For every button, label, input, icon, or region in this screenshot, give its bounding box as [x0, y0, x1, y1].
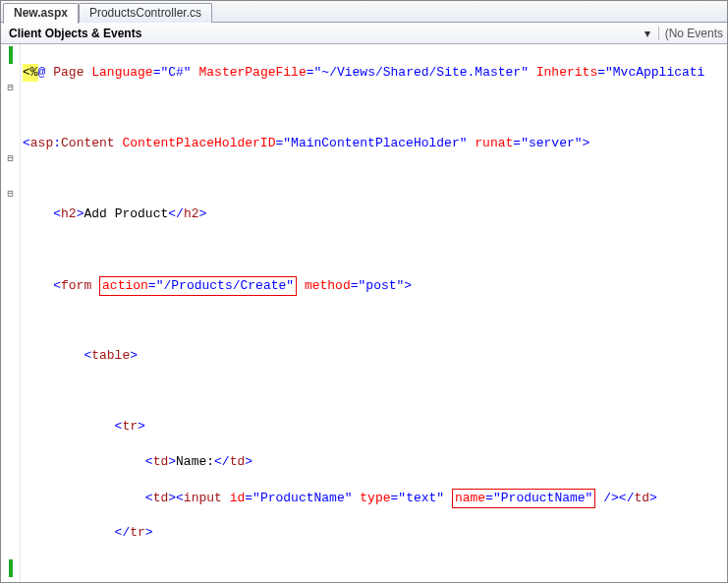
code-text: >: [404, 278, 412, 293]
code-text: >: [145, 525, 153, 540]
code-text: /></: [595, 491, 634, 505]
code-text: <%: [23, 65, 38, 80]
code-text: td: [634, 491, 649, 505]
code-text: >: [168, 454, 176, 469]
code-text: </: [23, 525, 130, 540]
chevron-down-icon[interactable]: ▾: [641, 27, 654, 40]
code-editor[interactable]: ⊟ ⊟ ⊟ <%@ Page Language="C#" MasterPageF…: [1, 44, 727, 582]
code-text: name: [455, 491, 485, 505]
code-text: >: [138, 419, 145, 434]
code-text: input: [184, 491, 222, 505]
code-text: >: [130, 348, 138, 363]
code-text: >: [245, 454, 252, 469]
code-text: <: [23, 206, 61, 221]
code-text: </: [214, 454, 230, 469]
code-text: td: [153, 454, 169, 469]
code-text: h2: [184, 206, 199, 221]
code-text: [91, 278, 99, 293]
code-text: table: [91, 348, 130, 363]
code-text: "server": [521, 136, 582, 150]
tab-bar: New.aspx ProductsController.cs: [1, 1, 727, 23]
code-text: =: [307, 65, 314, 80]
code-text: "ProductName": [493, 491, 592, 505]
code-text: MasterPageFile: [192, 65, 307, 80]
code-text: =: [485, 491, 493, 505]
outline-marker[interactable]: [1, 46, 20, 64]
code-text: Add Product: [84, 206, 168, 221]
code-text: =: [351, 278, 359, 293]
outline-gutter: ⊟ ⊟ ⊟: [1, 44, 21, 582]
code-text: <: [23, 419, 122, 434]
code-text: </: [168, 206, 184, 221]
code-text: ContentPlaceHolderID: [115, 136, 276, 150]
code-text: asp: [30, 136, 53, 150]
code-text: <: [23, 348, 91, 363]
code-text: form: [61, 278, 91, 293]
code-text: "text": [398, 491, 444, 505]
code-text: >: [583, 136, 590, 150]
code-text: tr: [130, 525, 145, 540]
code-text: td: [153, 491, 169, 505]
code-text: Content: [61, 136, 115, 150]
code-text: <: [23, 136, 30, 150]
code-text: id: [222, 491, 245, 505]
code-text: =: [597, 65, 605, 80]
code-text: "post": [359, 278, 405, 293]
tab-new-aspx[interactable]: New.aspx: [3, 3, 79, 24]
code-text: type: [353, 491, 391, 505]
code-text: method: [297, 278, 351, 293]
code-text: action: [102, 278, 148, 293]
code-text: "MvcApplicati: [605, 65, 704, 80]
code-text: Inherits: [529, 65, 597, 80]
code-text: Language: [84, 65, 152, 80]
code-text: >: [168, 491, 176, 505]
code-text: "/Products/Create": [156, 278, 294, 293]
navigation-bar: Client Objects & Events ▾ (No Events: [1, 23, 727, 44]
code-text: =: [513, 136, 521, 150]
code-text: <: [23, 491, 153, 505]
code-text: td: [230, 454, 246, 469]
object-dropdown[interactable]: Client Objects & Events: [5, 27, 641, 40]
code-text: :: [53, 136, 61, 150]
highlight-box: name="ProductName": [452, 489, 595, 508]
code-text: "~/Views/Shared/Site.Master": [314, 65, 529, 80]
tab-products-controller[interactable]: ProductsController.cs: [79, 3, 212, 23]
code-text: <: [23, 454, 153, 469]
code-text: "MainContentPlaceHolder": [283, 136, 467, 150]
code-text: <: [176, 491, 184, 505]
code-text: runat: [468, 136, 514, 150]
code-text: >: [649, 491, 657, 505]
code-text: =: [245, 491, 252, 505]
code-area[interactable]: <%@ Page Language="C#" MasterPageFile="~…: [21, 44, 727, 582]
collapse-icon[interactable]: ⊟: [1, 152, 20, 170]
code-text: Page: [45, 65, 84, 80]
collapse-icon[interactable]: ⊟: [1, 82, 20, 99]
code-text: "C#": [160, 65, 191, 80]
code-text: >: [198, 206, 206, 221]
highlight-box: action="/Products/Create": [99, 276, 297, 296]
code-text: tr: [122, 419, 138, 434]
code-text: "ProductName": [252, 491, 352, 505]
code-text: h2: [61, 206, 77, 221]
code-text: Name:: [176, 454, 214, 469]
event-dropdown[interactable]: (No Events: [658, 27, 723, 40]
collapse-icon[interactable]: ⊟: [1, 188, 20, 205]
code-text: <: [23, 278, 61, 293]
outline-marker[interactable]: [1, 559, 20, 577]
code-text: =: [148, 278, 156, 293]
